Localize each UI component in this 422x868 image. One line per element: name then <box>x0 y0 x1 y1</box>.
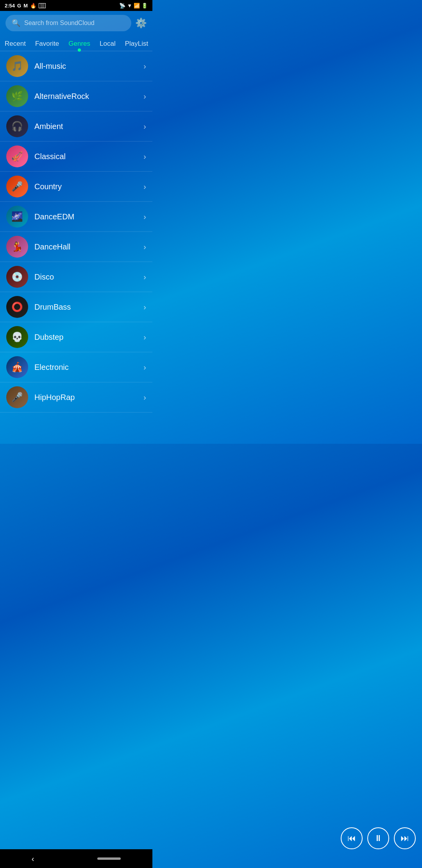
genre-name-ambient: Ambient <box>34 122 143 131</box>
genre-avatar-electronic: 🎪 <box>6 356 28 378</box>
signal-icon: 📶 <box>134 3 140 9</box>
genre-item-electronic[interactable]: 🎪 Electronic › <box>0 352 152 382</box>
tab-genres[interactable]: Genres <box>64 37 95 51</box>
genre-avatar-hip-hop-rap: 🎤 <box>6 386 28 408</box>
tab-navigation: Recent Favorite Genres Local PlayList <box>0 35 152 51</box>
tab-favorite[interactable]: Favorite <box>30 37 64 51</box>
genre-item-drum-bass[interactable]: ⭕ DrumBass › <box>0 292 152 322</box>
genre-item-alternative-rock[interactable]: 🌿 AlternativeRock › <box>0 81 152 111</box>
genre-name-alternative-rock: AlternativeRock <box>34 92 143 101</box>
genre-chevron-dubstep: › <box>143 333 146 342</box>
genre-item-ambient[interactable]: 🎧 Ambient › <box>0 111 152 142</box>
genre-avatar-emoji: 🎧 <box>11 121 23 132</box>
genre-item-dubstep[interactable]: 💀 Dubstep › <box>0 322 152 352</box>
genre-chevron-classical: › <box>143 152 146 161</box>
status-bar: 2:54 G M 🔥 ⬛ 📡 ▼ 📶 🔋 <box>0 0 152 11</box>
genre-avatar-emoji: 🎪 <box>11 362 23 373</box>
search-input[interactable]: Search from SoundCloud <box>24 20 95 27</box>
genre-name-all-music: All-music <box>34 62 143 71</box>
genre-chevron-country: › <box>143 182 146 191</box>
settings-icon[interactable]: ⚙️ <box>135 18 147 29</box>
genre-avatar-alternative-rock: 🌿 <box>6 85 28 107</box>
genre-chevron-all-music: › <box>143 62 146 71</box>
topeleven-icon: ⬛ <box>39 3 46 8</box>
tab-local[interactable]: Local <box>95 37 120 51</box>
genre-avatar-emoji: 💀 <box>11 332 23 343</box>
search-input-wrapper[interactable]: 🔍 Search from SoundCloud <box>5 15 131 31</box>
search-bar: 🔍 Search from SoundCloud ⚙️ <box>0 11 152 35</box>
status-left: 2:54 G M 🔥 ⬛ <box>5 3 46 9</box>
genre-avatar-emoji: 🎻 <box>11 151 23 162</box>
genre-avatar-disco: 💿 <box>6 266 28 288</box>
genre-chevron-ambient: › <box>143 122 146 131</box>
tab-playlist[interactable]: PlayList <box>120 37 152 51</box>
genre-item-dance-hall[interactable]: 💃 DanceHall › <box>0 232 152 262</box>
cast-icon: 📡 <box>119 3 125 9</box>
wifi-icon: ▼ <box>127 3 132 9</box>
genre-avatar-emoji: 🎤 <box>11 392 23 403</box>
genre-avatar-emoji: 🌿 <box>11 91 23 102</box>
genre-avatar-country: 🎤 <box>6 176 28 197</box>
genre-name-classical: Classical <box>34 152 143 161</box>
genre-avatar-classical: 🎻 <box>6 145 28 167</box>
genre-chevron-hip-hop-rap: › <box>143 393 146 402</box>
genre-name-dubstep: Dubstep <box>34 333 143 342</box>
genre-chevron-dance-hall: › <box>143 242 146 251</box>
genre-avatar-emoji: 🌌 <box>11 211 23 222</box>
genre-list: 🎵 All-music › 🌿 AlternativeRock › 🎧 Ambi… <box>0 51 152 444</box>
battery-icon: 🔋 <box>141 3 148 9</box>
genre-avatar-emoji: 💿 <box>11 271 23 282</box>
genre-avatar-ambient: 🎧 <box>6 115 28 137</box>
genre-item-dance-edm[interactable]: 🌌 DanceEDM › <box>0 202 152 232</box>
gmail-icon: M <box>23 3 28 9</box>
genre-chevron-alternative-rock: › <box>143 92 146 101</box>
genre-name-dance-hall: DanceHall <box>34 242 143 251</box>
genre-name-country: Country <box>34 182 143 191</box>
genre-name-drum-bass: DrumBass <box>34 303 143 312</box>
genre-name-dance-edm: DanceEDM <box>34 212 143 221</box>
genre-avatar-drum-bass: ⭕ <box>6 296 28 318</box>
genre-item-country[interactable]: 🎤 Country › <box>0 172 152 202</box>
genre-item-all-music[interactable]: 🎵 All-music › <box>0 51 152 81</box>
genre-avatar-dance-edm: 🌌 <box>6 206 28 228</box>
genre-avatar-emoji: ⭕ <box>11 301 23 312</box>
genre-item-disco[interactable]: 💿 Disco › <box>0 262 152 292</box>
genre-chevron-disco: › <box>143 273 146 282</box>
genre-name-disco: Disco <box>34 273 143 282</box>
genre-avatar-emoji: 🎤 <box>11 181 23 192</box>
genre-avatar-dubstep: 💀 <box>6 326 28 348</box>
genre-name-hip-hop-rap: HipHopRap <box>34 393 143 402</box>
fire-icon: 🔥 <box>30 3 36 9</box>
genre-avatar-dance-hall: 💃 <box>6 236 28 258</box>
status-right: 📡 ▼ 📶 🔋 <box>119 3 148 9</box>
google-icon: G <box>17 3 21 9</box>
genre-chevron-drum-bass: › <box>143 303 146 312</box>
genre-avatar-emoji: 🎵 <box>11 61 23 72</box>
status-time: 2:54 <box>5 3 15 9</box>
genre-item-classical[interactable]: 🎻 Classical › <box>0 142 152 172</box>
search-icon: 🔍 <box>12 19 20 27</box>
genre-item-hip-hop-rap[interactable]: 🎤 HipHopRap › <box>0 382 152 412</box>
genre-avatar-emoji: 💃 <box>11 241 23 252</box>
genre-chevron-electronic: › <box>143 363 146 372</box>
genre-avatar-all-music: 🎵 <box>6 55 28 77</box>
genre-name-electronic: Electronic <box>34 363 143 372</box>
genre-chevron-dance-edm: › <box>143 212 146 221</box>
tab-recent[interactable]: Recent <box>0 37 30 51</box>
